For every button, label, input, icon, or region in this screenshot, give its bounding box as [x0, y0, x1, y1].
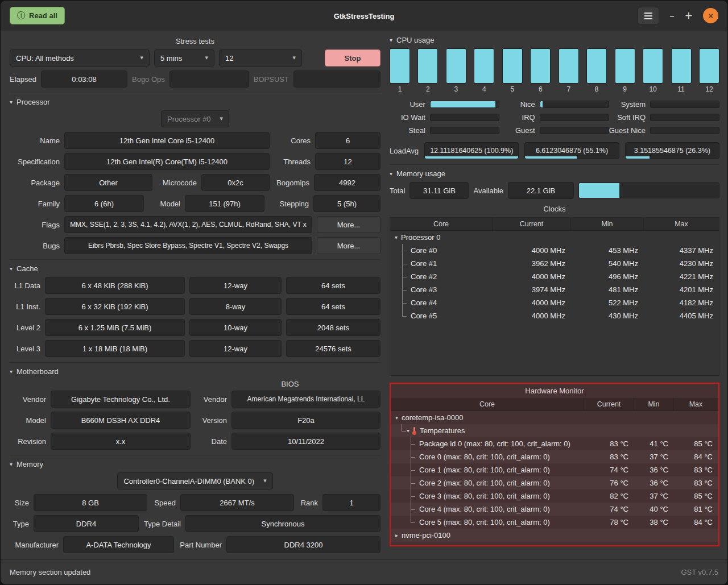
mb-revision-field[interactable]: x.x	[51, 433, 191, 450]
hwmon-nvme-row[interactable]: ▸ nvme-pci-0100	[391, 529, 718, 542]
separator	[390, 164, 719, 165]
bugs-more-button[interactable]: More...	[317, 237, 380, 254]
memory-usage-expander[interactable]: ▾ Memory usage	[390, 169, 719, 178]
clocks-row-core5[interactable]: Core #5 4000 MHz 430 MHz 4405 MHz	[390, 309, 719, 322]
stop-button[interactable]: Stop	[325, 49, 380, 67]
hwmon-row-core5[interactable]: Core 5 (max: 80, crit: 100, crit_alarm: …	[391, 516, 718, 529]
bios-date-field[interactable]: 10/11/2022	[231, 433, 380, 450]
chevron-down-icon: ▼	[288, 56, 296, 60]
type-detail-field[interactable]: Synchronous	[185, 515, 380, 532]
stress-duration-dropdown[interactable]: 5 mins ▼	[154, 49, 214, 67]
chevron-down-icon: ▼	[259, 479, 266, 483]
package-field[interactable]: Other	[64, 174, 152, 191]
flags-field[interactable]: MMX, SSE(1, 2, 3, 3S, 4.1, 4.2), AVX(1, …	[64, 216, 312, 233]
read-all-button[interactable]: ⓘ Read all	[10, 7, 65, 24]
hwmon-col-max[interactable]: Max	[674, 398, 718, 410]
cache-ways-field[interactable]: 12-way	[189, 340, 282, 357]
minimize-button[interactable]: –	[669, 11, 675, 20]
processor-selector-dropdown[interactable]: Processor #0 ▼	[161, 110, 229, 127]
zoom-button[interactable]: +	[685, 11, 693, 20]
flags-more-button[interactable]: More...	[317, 216, 380, 233]
clocks-col-max[interactable]: Max	[644, 218, 719, 230]
model-field[interactable]: 151 (97h)	[185, 195, 264, 212]
speed-field[interactable]: 2667 MT/s	[180, 494, 294, 511]
bugs-field[interactable]: Eibrs Pbrsb, Spec Store Bypass, Spectre …	[64, 237, 312, 254]
bios-vendor-field[interactable]: American Megatrends International, LL	[231, 391, 380, 408]
cores-field[interactable]: 6	[315, 132, 380, 149]
mb-vendor-field[interactable]: Gigabyte Technology Co., Ltd.	[51, 391, 191, 408]
expander-open-icon: ▾	[10, 368, 13, 375]
cache-sets-field[interactable]: 2048 sets	[286, 319, 380, 336]
stress-method-dropdown[interactable]: CPU: All methods ▼	[10, 49, 150, 67]
cache-size-field[interactable]: 1 x 18 MiB (18 MiB)	[45, 340, 185, 357]
cpu-usage-header-label: CPU usage	[396, 36, 434, 44]
hwmon-row-package[interactable]: Package id 0 (max: 80, crit: 100, crit_a…	[391, 437, 718, 450]
memory-usage-bar	[578, 182, 719, 198]
bogomips-field[interactable]: 4992	[314, 174, 380, 191]
dimm-selector-dropdown[interactable]: Controller0-ChannelA-DIMM0 (BANK 0) ▼	[117, 472, 272, 489]
available-field[interactable]: 22.1 GiB	[508, 182, 574, 199]
clocks-col-min[interactable]: Min	[571, 218, 644, 230]
cache-sets-field[interactable]: 64 sets	[286, 298, 380, 315]
mb-model-label: Model	[10, 416, 46, 425]
clocks-col-core[interactable]: Core	[390, 218, 493, 230]
clocks-col-current[interactable]: Current	[493, 218, 571, 230]
type-field[interactable]: DDR4	[34, 515, 139, 532]
threads-field[interactable]: 12	[315, 153, 380, 170]
hwmon-chip-row[interactable]: ▾ coretemp-isa-0000	[391, 411, 718, 424]
cache-ways-field[interactable]: 12-way	[189, 277, 282, 294]
bopsust-field[interactable]	[293, 70, 380, 88]
specification-field[interactable]: 12th Gen Intel(R) Core(TM) i5-12400	[64, 153, 270, 170]
hwmon-row-core3[interactable]: Core 3 (max: 80, crit: 100, crit_alarm: …	[391, 489, 718, 503]
hwmon-row-core4[interactable]: Core 4 (max: 80, crit: 100, crit_alarm: …	[391, 503, 718, 516]
part-number-field[interactable]: DDR4 3200	[226, 536, 380, 553]
rank-field[interactable]: 1	[322, 494, 380, 511]
clocks-row-core4[interactable]: Core #4 4000 MHz 522 MHz 4182 MHz	[390, 296, 719, 309]
memory-usage-header-label: Memory usage	[396, 169, 445, 178]
family-field[interactable]: 6 (6h)	[64, 195, 144, 212]
bogo-ops-field[interactable]	[169, 70, 249, 88]
cache-sets-field[interactable]: 24576 sets	[286, 340, 380, 357]
hwmon-col-core[interactable]: Core	[391, 398, 584, 410]
processor-name-field[interactable]: 12th Gen Intel Core i5-12400	[64, 132, 270, 149]
hwmon-col-current[interactable]: Current	[584, 398, 634, 410]
clocks-row-core1[interactable]: Core #1 3962 MHz 540 MHz 4230 MHz	[390, 257, 719, 270]
cache-ways-field[interactable]: 8-way	[189, 298, 282, 315]
hwmon-row-core0[interactable]: Core 0 (max: 80, crit: 100, crit_alarm: …	[391, 450, 718, 463]
cache-size-field[interactable]: 6 x 1.25 MiB (7.5 MiB)	[45, 319, 185, 336]
clocks-row-core3[interactable]: Core #3 3974 MHz 481 MHz 4201 MHz	[390, 283, 719, 296]
elapsed-field[interactable]: 0:03:08	[41, 70, 127, 88]
clocks-row-core2[interactable]: Core #2 4000 MHz 496 MHz 4221 MHz	[390, 270, 719, 283]
bios-version-field[interactable]: F20a	[231, 412, 380, 429]
stress-controls-row: CPU: All methods ▼ 5 mins ▼ 12 ▼ Stop	[10, 49, 380, 67]
hwmon-row-core2[interactable]: Core 2 (max: 80, crit: 100, crit_alarm: …	[391, 476, 718, 489]
meter-user: User	[390, 100, 499, 109]
size-field[interactable]: 8 GB	[34, 494, 147, 511]
clocks-row-core0[interactable]: Core #0 4000 MHz 453 MHz 4337 MHz	[390, 244, 719, 257]
hwmon-row-core1[interactable]: Core 1 (max: 80, crit: 100, crit_alarm: …	[391, 463, 718, 476]
hwmon-table-body: ▾ coretemp-isa-0000 ▾ Temperatures	[391, 411, 718, 542]
cache-size-field[interactable]: 6 x 48 KiB (288 KiB)	[45, 277, 185, 294]
close-button[interactable]: ×	[703, 8, 718, 23]
cache-ways-field[interactable]: 10-way	[189, 319, 282, 336]
microcode-field[interactable]: 0x2c	[201, 174, 270, 191]
stress-workers-dropdown[interactable]: 12 ▼	[219, 49, 302, 67]
cache-size-field[interactable]: 6 x 32 KiB (192 KiB)	[45, 298, 185, 315]
mb-model-field[interactable]: B660M DS3H AX DDR4	[51, 412, 191, 429]
cache-sets-field[interactable]: 64 sets	[286, 277, 380, 294]
processor-expander[interactable]: ▾ Processor	[10, 98, 380, 106]
cpu-usage-expander[interactable]: ▾ CPU usage	[390, 36, 719, 44]
hwmon-col-min[interactable]: Min	[634, 398, 674, 410]
expander-open-icon: ▾	[10, 265, 13, 272]
expander-open-icon: ▾	[395, 414, 398, 421]
total-field[interactable]: 31.11 GiB	[410, 182, 469, 199]
manufacturer-field[interactable]: A-DATA Technology	[63, 536, 174, 553]
menu-button[interactable]	[638, 7, 659, 24]
part-number-label: Part Number	[179, 541, 222, 549]
cache-expander[interactable]: ▾ Cache	[10, 264, 380, 273]
stepping-field[interactable]: 5 (5h)	[313, 195, 380, 212]
memory-expander[interactable]: ▾ Memory	[10, 460, 380, 468]
clocks-group-row[interactable]: ▾ Processor 0	[390, 231, 719, 244]
motherboard-expander[interactable]: ▾ Motherboard	[10, 367, 380, 376]
hwmon-temperatures-row[interactable]: ▾ Temperatures	[391, 424, 718, 437]
